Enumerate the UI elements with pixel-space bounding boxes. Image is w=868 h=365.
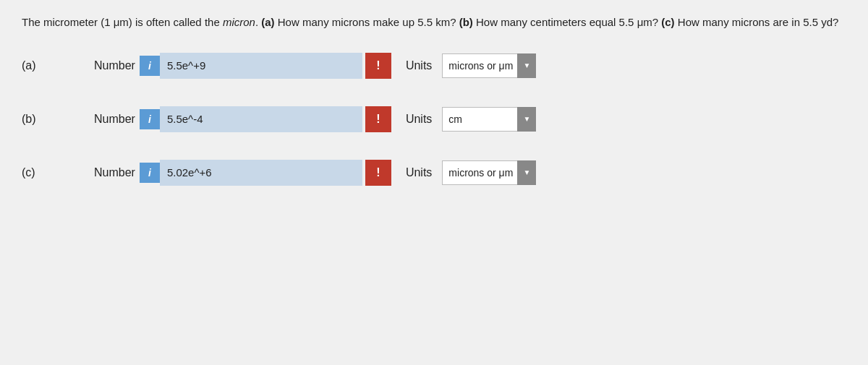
units-label-c: Units xyxy=(406,166,432,179)
units-select-a[interactable]: microns or μmkmcmmmm xyxy=(442,53,536,78)
exclamation-button-b[interactable]: ! xyxy=(365,106,391,132)
units-select-wrapper-b: cmmicrons or μmkmmmm xyxy=(442,107,536,132)
units-select-wrapper-c: microns or μmkmcmmmmyd xyxy=(442,160,536,185)
info-button-c[interactable]: i xyxy=(140,163,160,183)
exclamation-button-c[interactable]: ! xyxy=(365,160,391,186)
input-group-b: i ! xyxy=(140,106,391,132)
question-row-a: (a) Number i ! Units microns or μmkmcmmm… xyxy=(22,53,846,79)
question-label-a: (a) xyxy=(22,59,94,72)
number-input-c[interactable] xyxy=(160,160,362,186)
input-group-a: i ! xyxy=(140,53,391,79)
description-text: The micrometer (1 μm) is often called th… xyxy=(22,14,846,31)
number-label-c: Number xyxy=(94,166,135,179)
question-label-b: (b) xyxy=(22,113,94,126)
number-label-a: Number xyxy=(94,59,135,72)
info-button-a[interactable]: i xyxy=(140,56,160,76)
question-row-b: (b) Number i ! Units cmmicrons or μmkmmm… xyxy=(22,106,846,132)
number-input-a[interactable] xyxy=(160,53,362,79)
info-button-b[interactable]: i xyxy=(140,109,160,129)
exclamation-button-a[interactable]: ! xyxy=(365,53,391,79)
units-select-b[interactable]: cmmicrons or μmkmmmm xyxy=(442,107,536,132)
question-label-c: (c) xyxy=(22,166,94,179)
units-label-b: Units xyxy=(406,113,432,126)
units-select-c[interactable]: microns or μmkmcmmmmyd xyxy=(442,160,536,185)
question-row-c: (c) Number i ! Units microns or μmkmcmmm… xyxy=(22,160,846,186)
number-input-b[interactable] xyxy=(160,106,362,132)
input-group-c: i ! xyxy=(140,160,391,186)
units-select-wrapper-a: microns or μmkmcmmmm xyxy=(442,53,536,78)
number-label-b: Number xyxy=(94,113,135,126)
units-label-a: Units xyxy=(406,59,432,72)
